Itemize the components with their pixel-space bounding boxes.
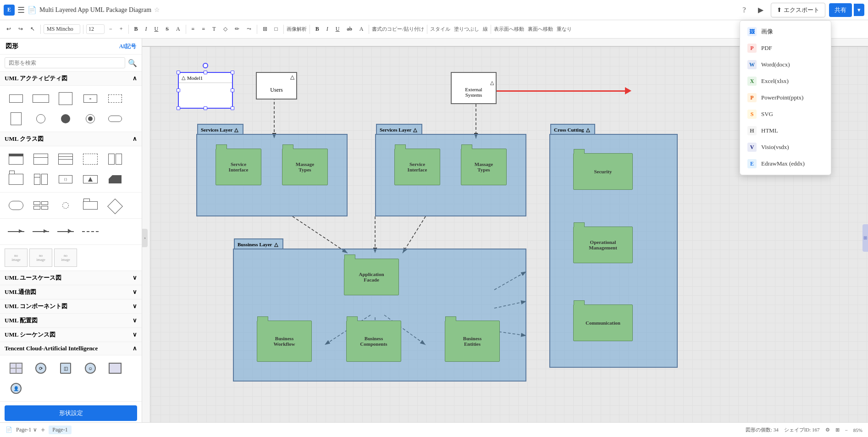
italic-btn2[interactable]: I: [324, 24, 331, 34]
massage-types-right[interactable]: Massage Types: [461, 149, 507, 185]
play-button[interactable]: ▶: [754, 4, 767, 17]
color-button[interactable]: A: [173, 24, 183, 34]
sel-handle-bm[interactable]: [204, 106, 207, 110]
shape-item[interactable]: ≡: [79, 89, 102, 108]
shape-item[interactable]: noimage: [54, 249, 77, 267]
zoom-out-icon[interactable]: −: [845, 427, 848, 433]
underline-btn2[interactable]: U: [333, 24, 343, 34]
shape-item[interactable]: [79, 110, 102, 128]
business-layer[interactable]: Bussiness Layer △ Application Facade Bus…: [233, 249, 526, 382]
export-word-item[interactable]: W Word(docx): [740, 56, 831, 73]
section-tencent-ai[interactable]: Tencent Cloud-Artificial Intelligence ∧: [0, 342, 142, 355]
shape-icon[interactable]: ◇: [221, 24, 230, 34]
section-uml-sequence[interactable]: UML シーケンス図 ∨: [0, 328, 142, 342]
settings-icon[interactable]: ⚙: [825, 427, 830, 433]
shape-item[interactable]: [29, 196, 52, 215]
shape-item[interactable]: [104, 110, 127, 128]
shape-item[interactable]: [29, 110, 52, 128]
sel-handle-ml[interactable]: [177, 89, 180, 92]
shape-item[interactable]: 👤: [5, 379, 28, 398]
align-center[interactable]: ≡: [199, 24, 208, 34]
shape-item[interactable]: {}: [54, 170, 77, 188]
cross-cutting[interactable]: Cross Cutting △ Security Operational Man…: [549, 134, 678, 368]
menu-icon[interactable]: ☰: [17, 5, 25, 15]
bold-btn2[interactable]: B: [313, 24, 322, 34]
shape-item[interactable]: noimage: [29, 249, 52, 267]
toolbar-undo[interactable]: ↩: [4, 24, 14, 34]
shape-item[interactable]: [104, 150, 127, 168]
shape-item[interactable]: [29, 150, 52, 168]
star-icon[interactable]: ☆: [154, 6, 160, 14]
shape-item[interactable]: [104, 359, 127, 377]
align-left[interactable]: ≡: [189, 24, 198, 34]
export-button[interactable]: ⬆ エクスポート: [771, 3, 825, 17]
export-visio-item[interactable]: V Visio(vsdx): [740, 139, 831, 155]
text-size-icon[interactable]: T: [210, 24, 218, 34]
ai-label-btn[interactable]: AI記号: [119, 43, 136, 50]
export-excel-item[interactable]: X Excel(xlsx): [740, 73, 831, 89]
shape-item[interactable]: [79, 222, 102, 241]
export-edrawmax-item[interactable]: E EdrawMax (eddx): [740, 155, 831, 172]
layout-icon[interactable]: ⊞: [835, 427, 840, 433]
sel-handle-mr[interactable]: [231, 89, 234, 92]
shape-item[interactable]: ⟳: [29, 359, 52, 377]
add-shape-button[interactable]: 形状設定: [5, 405, 137, 421]
search-input[interactable]: [5, 57, 125, 68]
shape-item[interactable]: [54, 89, 77, 108]
shape-item[interactable]: noimage: [5, 249, 28, 267]
page-dropdown-icon[interactable]: ∨: [33, 426, 37, 433]
business-workflow-comp[interactable]: Business Workflow: [257, 321, 312, 362]
export-html-item[interactable]: H HTML: [740, 122, 831, 139]
shape-item[interactable]: [54, 150, 77, 168]
shape-item[interactable]: [5, 89, 28, 108]
shape-item[interactable]: [54, 222, 77, 241]
share-caret-button[interactable]: ▾: [854, 4, 864, 16]
font-size-input[interactable]: 12: [86, 24, 105, 34]
section-uml-usecase[interactable]: UML ユースケース図 ∨: [0, 271, 142, 285]
shape-item[interactable]: [5, 222, 28, 241]
rect-icon[interactable]: □: [272, 24, 281, 34]
shape-item[interactable]: [29, 170, 52, 188]
section-uml-activity[interactable]: UML アクティビティ図 ∧: [0, 72, 142, 86]
security-comp[interactable]: Security: [573, 153, 633, 190]
application-facade-comp[interactable]: Application Facade: [344, 259, 399, 295]
business-entities-comp[interactable]: Business Entities: [445, 321, 500, 362]
shape-item[interactable]: [104, 196, 127, 215]
users-box[interactable]: △ Users: [256, 72, 297, 100]
external-systems-box[interactable]: △ ExternalSystems: [451, 72, 497, 104]
services-layer-right[interactable]: Services Layer △ Service Interface Massa…: [375, 134, 526, 216]
sel-handle-tm[interactable]: [204, 71, 207, 74]
shape-item[interactable]: ◫: [54, 359, 77, 377]
section-uml-deployment[interactable]: UML 配置図 ∨: [0, 314, 142, 328]
font-color-btn[interactable]: A: [357, 24, 366, 34]
connector-icon[interactable]: ⤳: [244, 24, 254, 34]
shape-item[interactable]: [104, 170, 127, 188]
model-box[interactable]: △ Model1: [178, 72, 233, 109]
rotate-handle[interactable]: [203, 63, 208, 68]
operational-management-comp[interactable]: Operational Management: [573, 227, 633, 263]
page-tab[interactable]: Page-1 ∨: [16, 426, 37, 433]
shape-item[interactable]: [5, 110, 28, 128]
font-size-decrease[interactable]: −: [106, 24, 115, 34]
sel-handle-br[interactable]: [231, 106, 234, 110]
shape-item[interactable]: [29, 222, 52, 241]
section-uml-communication[interactable]: UML通信図 ∨: [0, 285, 142, 299]
bold-button[interactable]: B: [132, 24, 141, 34]
table-icon[interactable]: ⊞: [260, 24, 270, 34]
service-interface-left[interactable]: Service Interface: [216, 149, 261, 185]
sel-handle-tl[interactable]: [177, 71, 180, 74]
help-button[interactable]: ?: [738, 4, 751, 17]
right-collapse-handle[interactable]: ⊞: [862, 224, 868, 252]
sel-handle-bl[interactable]: [177, 106, 180, 110]
shape-item[interactable]: [104, 89, 127, 108]
shape-item[interactable]: [5, 196, 28, 215]
toolbar-redo[interactable]: ↪: [16, 24, 26, 34]
shape-item[interactable]: [5, 359, 28, 377]
share-button[interactable]: 共有: [829, 3, 852, 17]
shape-item[interactable]: [5, 170, 28, 188]
communication-comp[interactable]: Communication: [573, 304, 633, 341]
strikethrough-button[interactable]: S: [163, 24, 171, 34]
pen-icon[interactable]: ✏: [232, 24, 242, 34]
sel-handle-tr[interactable]: [231, 71, 234, 74]
shape-item[interactable]: [79, 196, 102, 215]
